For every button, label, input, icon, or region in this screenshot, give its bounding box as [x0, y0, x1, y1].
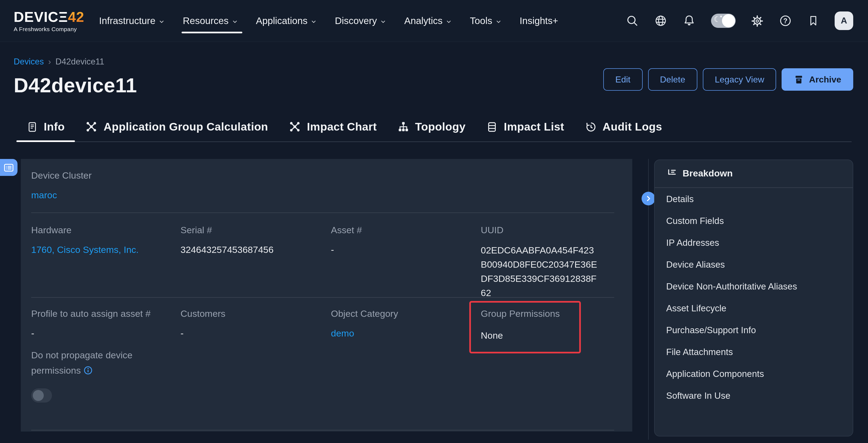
main-menu: Infrastructure Resources Applications Di…: [99, 15, 558, 27]
breakdown-item-device-non-authoritative-aliases[interactable]: Device Non-Authoritative Aliases: [655, 276, 853, 298]
top-nav-bar: DEVICΞ42 A Freshworks Company Infrastruc…: [0, 0, 868, 42]
object-category-label: Object Category: [331, 309, 398, 319]
chevron-down-icon: [496, 18, 501, 24]
toggle-knob: [33, 390, 44, 401]
help-icon[interactable]: ?: [779, 14, 792, 27]
profile-auto-assign-value: -: [31, 328, 34, 339]
nav-utility-icons: ☾ ✶ ? A: [626, 0, 853, 41]
share-nodes-icon: [289, 121, 301, 133]
side-flyout-list-button[interactable]: [0, 159, 18, 176]
device-cluster-label: Device Cluster: [31, 170, 92, 181]
clock-rotate-left-icon: [585, 121, 596, 133]
memo-icon: [27, 121, 38, 133]
breadcrumb-devices-link[interactable]: Devices: [14, 57, 44, 67]
hardware-value-link[interactable]: 1760, Cisco Systems, Inc.: [31, 245, 138, 255]
expand-sidebar-button[interactable]: [641, 192, 655, 205]
section-divider: [31, 212, 614, 213]
chevron-down-icon: [159, 18, 165, 24]
breakdown-item-custom-fields[interactable]: Custom Fields: [655, 210, 853, 232]
group-permissions-label: Group Permissions: [481, 309, 560, 319]
breakdown-card: Breakdown Details Custom Fields IP Addre…: [654, 160, 853, 437]
asset-label: Asset #: [331, 225, 362, 236]
logo-wordmark: DEVICΞ42: [14, 10, 84, 24]
logo-tagline: A Freshworks Company: [14, 26, 84, 32]
device42-logo[interactable]: DEVICΞ42 A Freshworks Company: [14, 10, 84, 32]
asset-value: -: [331, 245, 334, 255]
breakdown-item-ip-addresses[interactable]: IP Addresses: [655, 232, 853, 253]
globe-icon[interactable]: [654, 14, 667, 27]
tab-impact-list[interactable]: Impact List: [476, 112, 575, 141]
hardware-label: Hardware: [31, 225, 71, 236]
sitemap-icon: [398, 121, 409, 133]
list-tree-icon: [666, 168, 677, 179]
tab-bar: Info Application Group Calculation Impac…: [17, 112, 673, 141]
uuid-label: UUID: [481, 225, 503, 236]
rows-icon: [486, 121, 498, 133]
breakdown-item-software-in-use[interactable]: Software In Use: [655, 385, 853, 407]
archive-box-icon: [794, 74, 804, 85]
avatar[interactable]: A: [835, 11, 853, 30]
bookmark-icon[interactable]: [807, 15, 819, 27]
chevron-down-icon: [446, 18, 452, 24]
theme-toggle-knob: [722, 14, 735, 27]
breakdown-item-file-attachments[interactable]: File Attachments: [655, 341, 853, 363]
share-nodes-icon: [86, 121, 98, 133]
breakdown-list: Details Custom Fields IP Addresses Devic…: [655, 188, 853, 407]
customers-value: -: [181, 328, 184, 339]
breakdown-item-purchase-support-info[interactable]: Purchase/Support Info: [655, 319, 853, 341]
serial-label: Serial #: [181, 225, 212, 236]
menu-insights-plus[interactable]: Insights+: [520, 15, 558, 27]
chevron-down-icon: [232, 18, 238, 24]
breakdown-item-device-aliases[interactable]: Device Aliases: [655, 254, 853, 276]
tab-impact-chart[interactable]: Impact Chart: [278, 112, 387, 141]
menu-infrastructure[interactable]: Infrastructure: [99, 15, 165, 27]
chevron-down-icon: [311, 18, 317, 24]
legacy-view-button[interactable]: Legacy View: [703, 68, 776, 91]
breakdown-item-application-components[interactable]: Application Components: [655, 363, 853, 385]
search-icon[interactable]: [626, 14, 639, 27]
delete-button[interactable]: Delete: [648, 68, 698, 91]
breadcrumb-separator: ›: [48, 57, 51, 67]
archive-button[interactable]: Archive: [782, 68, 853, 91]
propagate-permissions-toggle[interactable]: [31, 388, 52, 403]
header-actions: Edit Delete Legacy View Archive: [603, 68, 853, 91]
uuid-value: 02EDC6AABFA0A454F423B00940D8FE0C20347E36…: [481, 244, 600, 300]
tabs-divider: [17, 141, 851, 142]
object-category-value-link[interactable]: demo: [331, 328, 354, 339]
tab-info[interactable]: Info: [17, 112, 75, 141]
panel-bottom-divider: [31, 430, 614, 431]
theme-toggle[interactable]: ☾ ✶: [711, 14, 736, 28]
chevron-down-icon: [380, 18, 386, 24]
breakdown-header: Breakdown: [655, 160, 853, 188]
menu-discovery[interactable]: Discovery: [335, 15, 386, 27]
customers-label: Customers: [181, 309, 225, 319]
settings-gear-icon[interactable]: [751, 14, 764, 27]
svg-text:?: ?: [783, 17, 787, 25]
tab-topology[interactable]: Topology: [387, 112, 476, 141]
tab-audit-logs[interactable]: Audit Logs: [575, 112, 673, 141]
serial-value: 324643257453687456: [181, 245, 274, 255]
edit-button[interactable]: Edit: [603, 68, 642, 91]
page-title: D42device11: [14, 74, 137, 97]
section-divider: [31, 297, 614, 298]
breakdown-item-details[interactable]: Details: [655, 188, 853, 210]
menu-tools[interactable]: Tools: [470, 15, 501, 27]
profile-auto-assign-label: Profile to auto assign asset #: [31, 309, 151, 319]
tab-application-group-calculation[interactable]: Application Group Calculation: [75, 112, 279, 141]
breakdown-item-asset-lifecycle[interactable]: Asset Lifecycle: [655, 298, 853, 319]
info-circle-icon[interactable]: [84, 366, 92, 375]
menu-applications[interactable]: Applications: [256, 15, 317, 27]
menu-analytics[interactable]: Analytics: [404, 15, 452, 27]
breadcrumb: Devices › D42device11: [14, 57, 104, 67]
device-cluster-value-link[interactable]: maroc: [31, 190, 57, 201]
device42-app: DEVICΞ42 A Freshworks Company Infrastruc…: [0, 0, 868, 443]
notifications-bell-icon[interactable]: [683, 14, 696, 27]
propagate-permissions-label: Do not propagate device permissions: [31, 348, 152, 379]
menu-resources[interactable]: Resources: [183, 15, 238, 27]
list-icon: [3, 162, 14, 173]
breakdown-title: Breakdown: [683, 168, 733, 179]
group-permissions-value: None: [481, 331, 503, 341]
breadcrumb-current: D42device11: [56, 57, 104, 67]
chevron-right-icon: [644, 194, 652, 202]
